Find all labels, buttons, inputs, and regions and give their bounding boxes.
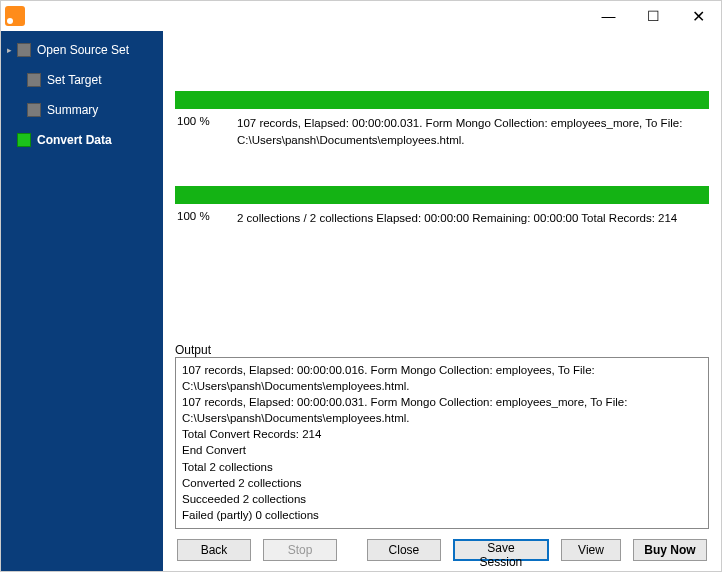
output-line: Converted 2 collections <box>182 475 702 491</box>
minimize-button[interactable]: — <box>586 1 631 31</box>
output-line: 107 records, Elapsed: 00:00:00.031. Form… <box>182 394 702 426</box>
tree-expand-icon: ▸ <box>7 45 17 55</box>
output-line: Failed (partly) 0 collections <box>182 507 702 523</box>
sidebar: ▸Open Source SetSet TargetSummaryConvert… <box>1 31 163 571</box>
tree-status-box <box>27 103 41 117</box>
progress-block-2: 100 % 2 collections / 2 collections Elap… <box>175 186 709 237</box>
window-controls: — ☐ ✕ <box>586 1 721 31</box>
progress-block-1: 100 % 107 records, Elapsed: 00:00:00.031… <box>175 91 709 158</box>
output-line: 107 records, Elapsed: 00:00:00.016. Form… <box>182 362 702 394</box>
app-icon <box>5 6 25 26</box>
save-session-button[interactable]: Save Session <box>453 539 549 561</box>
output-line: End Convert <box>182 442 702 458</box>
sidebar-item-open-source-set[interactable]: ▸Open Source Set <box>1 39 163 61</box>
maximize-button[interactable]: ☐ <box>631 1 676 31</box>
view-button[interactable]: View <box>561 539 621 561</box>
sidebar-item-label: Open Source Set <box>37 43 129 57</box>
progress-percent-1: 100 % <box>177 115 237 148</box>
button-bar: Back Stop Close Save Session View Buy No… <box>175 529 709 563</box>
progress-text-2: 2 collections / 2 collections Elapsed: 0… <box>237 210 707 227</box>
sidebar-item-label: Summary <box>47 103 98 117</box>
tree-status-box <box>27 73 41 87</box>
main-panel: 100 % 107 records, Elapsed: 00:00:00.031… <box>163 31 721 571</box>
sidebar-item-convert-data[interactable]: Convert Data <box>1 129 163 151</box>
output-line: Succeeded 2 collections <box>182 491 702 507</box>
tree-status-box <box>17 43 31 57</box>
sidebar-item-label: Set Target <box>47 73 101 87</box>
progress-bar-1 <box>175 91 709 109</box>
back-button[interactable]: Back <box>177 539 251 561</box>
progress-bar-2 <box>175 186 709 204</box>
progress-text-1: 107 records, Elapsed: 00:00:00.031. Form… <box>237 115 707 148</box>
output-label: Output <box>175 335 709 357</box>
sidebar-item-label: Convert Data <box>37 133 112 147</box>
sidebar-item-summary[interactable]: Summary <box>1 99 163 121</box>
output-line: Total Convert Records: 214 <box>182 426 702 442</box>
sidebar-item-set-target[interactable]: Set Target <box>1 69 163 91</box>
output-textarea[interactable]: 107 records, Elapsed: 00:00:00.016. Form… <box>175 357 709 529</box>
buy-now-button[interactable]: Buy Now <box>633 539 707 561</box>
output-line: Total 2 collections <box>182 459 702 475</box>
close-button[interactable]: Close <box>367 539 441 561</box>
titlebar: — ☐ ✕ <box>1 1 721 31</box>
progress-percent-2: 100 % <box>177 210 237 227</box>
close-window-button[interactable]: ✕ <box>676 1 721 31</box>
tree-status-box <box>17 133 31 147</box>
stop-button: Stop <box>263 539 337 561</box>
